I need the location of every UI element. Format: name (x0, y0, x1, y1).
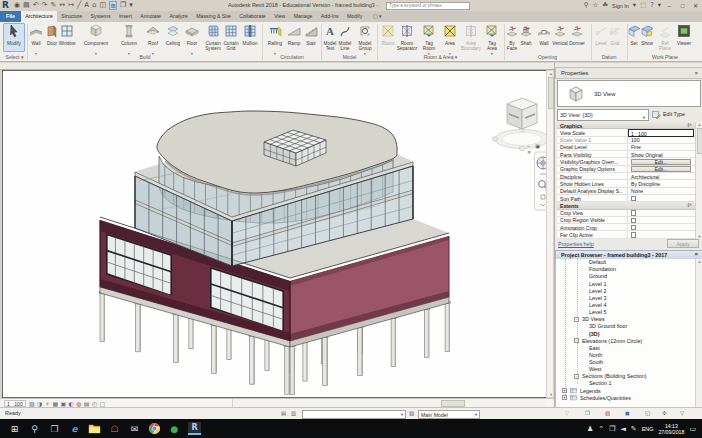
ribbon-button-window[interactable]: Window (55, 23, 79, 54)
panel-label[interactable]: Datum (579, 54, 639, 60)
tree-expander-icon[interactable]: − (574, 317, 579, 322)
property-value-cell[interactable]: Edit... (627, 158, 695, 165)
tree-item[interactable]: Level 3 (556, 294, 695, 301)
property-value-cell[interactable] (627, 210, 695, 217)
property-row[interactable]: View Scale 1 : 100 (557, 129, 695, 136)
save-icon[interactable]: ▤ (23, 1, 30, 10)
property-row[interactable]: Parts Visibility Show Original (557, 151, 695, 158)
tree-item[interactable]: Ground (556, 273, 695, 280)
property-value-cell[interactable]: Edit... (627, 166, 695, 173)
tab-collaborate[interactable]: Collaborate (235, 11, 270, 22)
switch-windows-icon[interactable]: ❐ (120, 1, 126, 10)
tree-item[interactable]: Default (556, 259, 695, 266)
drawing-area[interactable]: .m{stroke:#4d575e;stroke-width:.65}.mw{s… (2, 70, 546, 398)
ribbon-button-column[interactable]: Column ▾ (117, 23, 141, 54)
ribbon-button-modify[interactable]: Modify (2, 23, 26, 54)
panel-label[interactable]: Build (115, 54, 175, 60)
ribbon-button-roomseparator[interactable]: RoomSeparator (395, 23, 419, 54)
edit-type-button[interactable]: Edit Type (651, 109, 701, 121)
tab-view[interactable]: View (270, 11, 290, 22)
view-window-controls[interactable]: ‒ ▣ ✕ (527, 143, 546, 155)
property-row[interactable]: Sun Path (557, 195, 695, 202)
chrome-icon[interactable] (148, 422, 161, 435)
panel-label[interactable]: Room & Area ▾ (411, 54, 471, 60)
vertical-scroll-thumb[interactable] (548, 77, 554, 109)
design-option-dropdown[interactable]: Main Model▼ (418, 410, 480, 419)
property-value-cell[interactable] (627, 224, 695, 231)
task-view-icon[interactable]: ❐ (48, 422, 61, 435)
revit-taskbar-icon[interactable]: R (188, 422, 201, 435)
revit-logo-icon[interactable]: R (2, 1, 11, 10)
autodesk-app-icon[interactable]: ● (168, 422, 181, 435)
tab-annotate[interactable]: Annotate (136, 11, 165, 22)
tree-item[interactable]: − Elevations (12mm Circle) (556, 337, 695, 344)
navigation-bar[interactable] (535, 152, 547, 210)
property-row[interactable]: Crop View (557, 210, 695, 217)
property-row[interactable]: Show Hidden Lines By Discipline (557, 180, 695, 187)
property-value-cell[interactable]: 1 : 100 (627, 129, 695, 136)
property-value-cell[interactable]: None (627, 188, 695, 195)
design-options-icon[interactable]: ▧ (409, 410, 414, 416)
restore-button[interactable]: □ (678, 3, 687, 9)
undo-icon[interactable]: ↶ (33, 1, 39, 10)
network-icon[interactable]: ❐ (609, 425, 615, 433)
tree-expander-icon[interactable]: − (574, 374, 579, 379)
properties-close-icon[interactable]: × (694, 68, 698, 79)
ribbon-state-toggle-icon[interactable]: ▢ ▾ (373, 13, 382, 19)
language-indicator[interactable]: ENG (642, 426, 654, 432)
property-value-cell[interactable] (627, 217, 695, 224)
selection-filter-icon[interactable]: ▽ (680, 410, 684, 416)
ribbon-button-dormer[interactable]: Dormer (565, 23, 589, 54)
tree-item[interactable]: Level 1 (556, 280, 695, 287)
property-row[interactable]: Graphic Display Options Edit... (557, 166, 695, 173)
panel-label[interactable]: Circulation (262, 54, 322, 60)
tree-expander-icon[interactable]: − (574, 338, 579, 343)
property-value-cell[interactable]: 100 (627, 137, 695, 144)
view-scale-button[interactable]: 1 : 100 (4, 400, 26, 407)
view-3d-icon[interactable]: ⌂ (92, 1, 96, 10)
tab-manage[interactable]: Manage (289, 11, 316, 22)
tree-item[interactable]: Level 5 (556, 308, 695, 315)
start-button[interactable]: ⊞ (8, 422, 21, 435)
worksets-toggle-icon[interactable]: ▥ (291, 410, 296, 416)
tab-architecture[interactable]: Architecture (21, 11, 57, 22)
edit-button[interactable]: Edit... (631, 159, 691, 165)
property-value-cell[interactable]: Show Original (627, 151, 695, 158)
action-center-icon[interactable]: ▭ (689, 425, 696, 433)
property-section-header[interactable]: Extents ‖˄ (557, 202, 695, 209)
tree-expander-icon[interactable]: + (562, 388, 567, 393)
tree-item[interactable]: South (556, 358, 695, 365)
property-row[interactable]: Visibility/Graphics Overr... Edit... (557, 158, 695, 165)
property-value-cell[interactable] (627, 231, 695, 238)
tab-structure[interactable]: Structure (57, 11, 86, 22)
edit-button[interactable]: Edit... (631, 166, 691, 172)
tab-systems[interactable]: Systems (86, 11, 114, 22)
properties-palette-title[interactable]: Properties × (555, 67, 702, 79)
drag-on-selection-icon[interactable]: ✣ (662, 410, 667, 416)
taskbar-clock[interactable]: 14:1327/09/2018 (658, 423, 684, 435)
taskbar-search-icon[interactable]: ⚲ (28, 422, 41, 435)
worksets-icon[interactable]: ▤ (281, 410, 286, 416)
checkbox-unchecked[interactable] (631, 225, 636, 230)
ribbon-button-component[interactable]: Component ▾ (84, 23, 108, 54)
scroll-up-icon[interactable]: ▲ (696, 122, 702, 127)
thin-lines-icon[interactable]: ≡ (109, 1, 117, 10)
tree-item[interactable]: Level 2 (556, 287, 695, 294)
user-icon[interactable]: ☘ (602, 1, 608, 10)
property-value-cell[interactable] (627, 195, 695, 202)
tree-item[interactable]: Foundation (556, 266, 695, 273)
mail-icon[interactable]: ✉ (128, 422, 141, 435)
property-row[interactable]: Scale Value 1: 100 (557, 137, 695, 144)
panel-label[interactable]: Opening (518, 54, 578, 60)
measure-icon[interactable]: ↔ (59, 1, 65, 10)
property-value-cell[interactable]: Fine (627, 144, 695, 151)
tree-item[interactable]: East (556, 344, 695, 351)
tab-analyze[interactable]: Analyze (165, 11, 192, 22)
checkbox-unchecked[interactable] (631, 232, 636, 237)
property-section-header[interactable]: Graphics ‖˄ (557, 122, 695, 129)
section-icon[interactable]: ◫ (100, 1, 107, 10)
tree-item[interactable]: North (556, 351, 695, 358)
property-row[interactable]: Crop Region Visible (557, 217, 695, 224)
workset-dropdown[interactable]: ▼ (302, 410, 406, 419)
open-icon[interactable]: ◉ (14, 1, 20, 10)
